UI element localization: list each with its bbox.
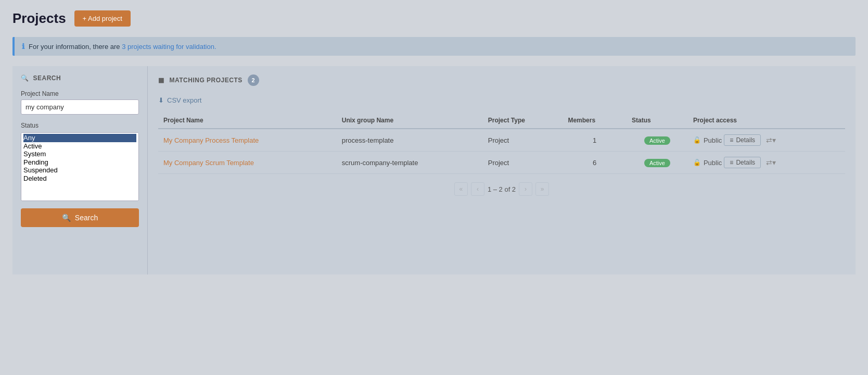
row1-access-label: Public	[704, 136, 722, 144]
status-select[interactable]: Any Active System Pending Suspended Dele…	[21, 133, 138, 201]
results-header: ▦ MATCHING PROJECTS 2	[158, 74, 845, 86]
pagination-last-button[interactable]: »	[535, 182, 549, 196]
row1-action-arrows[interactable]: ⇄▾	[763, 136, 776, 144]
col-header-access: Project access	[688, 113, 845, 129]
validation-link[interactable]: 3 projects waiting for validation.	[122, 43, 216, 51]
status-option-system: System	[23, 150, 136, 158]
csv-export-label: CSV export	[167, 96, 201, 104]
results-heading-label: MATCHING PROJECTS	[170, 77, 242, 84]
row1-details-button[interactable]: ≡ Details	[724, 134, 761, 146]
status-option-suspended: Suspended	[23, 166, 136, 174]
search-panel-heading: 🔍 SEARCH	[21, 74, 139, 82]
row1-members: 1	[563, 129, 627, 152]
row1-unix-group: process-template	[337, 129, 483, 152]
page-header: Projects + Add project	[12, 10, 856, 27]
row2-action-arrows[interactable]: ⇄▾	[763, 158, 776, 167]
results-heading-icon: ▦	[158, 77, 164, 84]
row1-status-badge: Active	[644, 136, 670, 145]
search-button[interactable]: 🔍 Search	[21, 208, 139, 227]
search-heading-label: SEARCH	[33, 74, 61, 82]
row1-type: Project	[483, 129, 563, 152]
pagination-first-button[interactable]: «	[454, 182, 468, 196]
col-header-unix-group: Unix group Name	[337, 113, 483, 129]
row2-status: Active	[627, 152, 688, 174]
status-field: Status Any Active System Pending Suspend…	[21, 122, 139, 201]
row1-details-icon: ≡	[730, 136, 733, 144]
search-panel: 🔍 SEARCH Project Name Status Any Active …	[12, 66, 148, 274]
row1-lock-icon: 🔓	[693, 136, 701, 144]
row2-project-link[interactable]: My Company Scrum Template	[163, 159, 254, 167]
row2-access-label: Public	[704, 159, 722, 167]
info-icon: ℹ	[22, 42, 24, 51]
row2-details-icon: ≡	[730, 159, 733, 166]
row1-access: 🔓 Public ≡ Details ⇄▾	[688, 129, 845, 152]
csv-icon: ⬇	[158, 96, 164, 104]
status-label: Status	[21, 122, 139, 129]
row2-unix-group: scrum-company-template	[337, 152, 483, 174]
pagination-info: 1 – 2 of 2	[488, 185, 516, 193]
table-row: My Company Process Template process-temp…	[158, 129, 845, 152]
row1-status: Active	[627, 129, 688, 152]
project-name-label: Project Name	[21, 90, 139, 97]
row2-access: 🔓 Public ≡ Details ⇄▾	[688, 152, 845, 174]
results-count-badge: 2	[248, 74, 259, 86]
search-heading-icon: 🔍	[21, 74, 29, 82]
info-banner: ℹ For your information, there are 3 proj…	[12, 37, 856, 56]
status-option-pending: Pending	[23, 158, 136, 167]
table-header: Project Name Unix group Name Project Typ…	[158, 113, 845, 129]
row1-project-link[interactable]: My Company Process Template	[163, 136, 259, 144]
pagination-prev-button[interactable]: ‹	[471, 182, 484, 196]
csv-export-button[interactable]: ⬇ CSV export	[158, 94, 201, 106]
project-name-field: Project Name	[21, 90, 139, 122]
main-layout: 🔍 SEARCH Project Name Status Any Active …	[12, 66, 856, 274]
table-body: My Company Process Template process-temp…	[158, 129, 845, 174]
page-title: Projects	[12, 10, 66, 27]
add-project-button[interactable]: + Add project	[74, 10, 131, 27]
col-header-project-name: Project Name	[158, 113, 337, 129]
info-banner-text: For your information, there are 3 projec…	[29, 43, 216, 51]
row2-status-badge: Active	[644, 159, 670, 167]
row2-type: Project	[483, 152, 563, 174]
search-button-icon: 🔍	[62, 214, 71, 222]
table-row: My Company Scrum Template scrum-company-…	[158, 152, 845, 174]
pagination: « ‹ 1 – 2 of 2 › »	[158, 182, 845, 196]
row2-members: 6	[563, 152, 627, 174]
row2-details-button[interactable]: ≡ Details	[724, 157, 761, 168]
project-name-input[interactable]	[21, 99, 139, 115]
row2-project-name: My Company Scrum Template	[158, 152, 337, 174]
pagination-next-button[interactable]: ›	[519, 182, 532, 196]
col-header-members: Members	[563, 113, 627, 129]
status-option-any: Any	[23, 134, 136, 142]
status-option-active: Active	[23, 142, 136, 151]
projects-table: Project Name Unix group Name Project Typ…	[158, 113, 845, 174]
status-select-wrapper[interactable]: Any Active System Pending Suspended Dele…	[21, 132, 139, 201]
col-header-status: Status	[627, 113, 688, 129]
search-button-label: Search	[75, 214, 98, 222]
row2-lock-icon: 🔓	[693, 159, 701, 166]
col-header-project-type: Project Type	[483, 113, 563, 129]
row1-project-name: My Company Process Template	[158, 129, 337, 152]
results-panel: ▦ MATCHING PROJECTS 2 ⬇ CSV export Proje…	[148, 66, 856, 274]
status-option-deleted: Deleted	[23, 174, 136, 183]
